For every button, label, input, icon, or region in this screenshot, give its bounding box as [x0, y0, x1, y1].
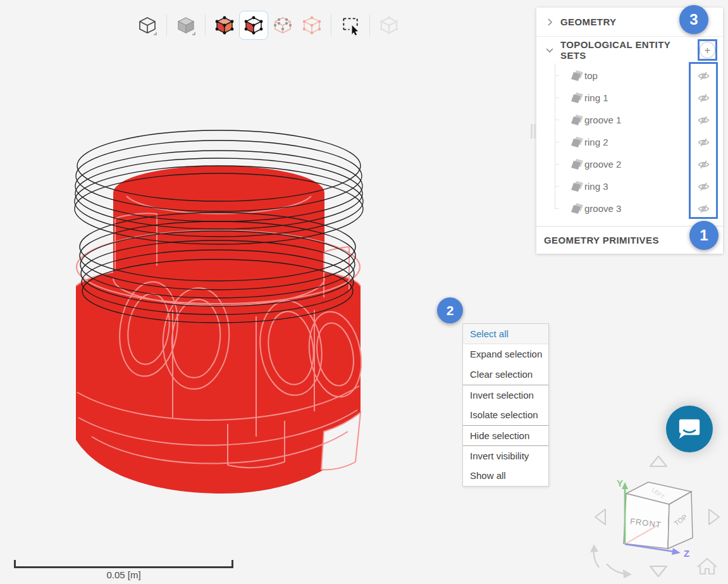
- select-assembly-icon: [374, 11, 404, 40]
- viewer-canvas: GEOMETRY TOPOLOGICAL ENTITY SETS + top: [0, 0, 728, 584]
- add-entity-set-button[interactable]: +: [700, 42, 715, 58]
- face-set-icon: [571, 203, 583, 214]
- viewer-context-menu: Select all Expand selection Clear select…: [462, 323, 549, 487]
- roll-view-arrows[interactable]: [590, 544, 632, 578]
- menu-item-select-all[interactable]: Select all: [463, 324, 548, 344]
- view-orientation-gizmo: FRONT TOP LEFT Y Z: [585, 440, 728, 583]
- entity-set-row-ring-1[interactable]: ring 1: [536, 87, 723, 109]
- annotation-badge-3: 3: [679, 5, 708, 34]
- menu-item-show-all[interactable]: Show all: [463, 466, 548, 486]
- menu-item-isolate-selection[interactable]: Isolate selection: [463, 405, 548, 425]
- visibility-off-icon[interactable]: [698, 182, 710, 192]
- section-entity-sets-label: TOPOLOGICAL ENTITY SETS: [560, 39, 694, 61]
- visibility-off-icon[interactable]: [698, 93, 710, 103]
- rotate-down-arrow[interactable]: [650, 566, 667, 576]
- select-edges-icon[interactable]: [268, 11, 297, 40]
- chevron-right-icon: [544, 16, 555, 28]
- toolbar-separator: [369, 15, 370, 36]
- piston-model[interactable]: [38, 120, 386, 506]
- entity-set-row-groove-3[interactable]: groove 3: [536, 197, 723, 220]
- home-view-icon[interactable]: [698, 559, 717, 574]
- entity-set-row-ring-3[interactable]: ring 3: [536, 175, 723, 197]
- face-set-icon: [571, 181, 583, 192]
- scale-bar-label: 0.05 [m]: [14, 569, 233, 580]
- scale-bar: 0.05 [m]: [14, 562, 233, 580]
- section-entity-sets[interactable]: TOPOLOGICAL ENTITY SETS +: [536, 37, 723, 63]
- face-set-icon: [571, 159, 583, 170]
- menu-item-hide-selection[interactable]: Hide selection: [463, 425, 548, 445]
- menu-item-clear-selection[interactable]: Clear selection: [463, 364, 548, 385]
- select-volumes-icon[interactable]: [210, 11, 239, 40]
- panel-resize-handle[interactable]: [531, 124, 536, 139]
- select-vertices-icon[interactable]: [297, 11, 326, 40]
- section-geometry-label: GEOMETRY: [560, 16, 616, 27]
- visibility-off-icon[interactable]: [698, 137, 710, 147]
- entity-set-row-groove-1[interactable]: groove 1: [536, 109, 723, 131]
- toolbar-separator: [331, 15, 331, 36]
- face-set-icon: [571, 115, 583, 125]
- menu-item-invert-visibility[interactable]: Invert visibility: [463, 445, 548, 466]
- menu-item-expand-selection[interactable]: Expand selection: [463, 344, 548, 364]
- cube-shaded-view-icon[interactable]: [171, 11, 201, 40]
- rotate-up-arrow[interactable]: [650, 456, 667, 466]
- section-primitives-label: GEOMETRY PRIMITIVES: [544, 235, 659, 245]
- entity-set-row-ring-2[interactable]: ring 2: [536, 131, 723, 153]
- annotation-badge-2: 2: [437, 297, 463, 323]
- annotation-badge-1: 1: [689, 221, 719, 250]
- face-set-icon: [571, 70, 583, 81]
- toolbar-separator: [166, 15, 167, 36]
- box-select-icon[interactable]: [336, 11, 365, 40]
- chat-bubble-icon: [677, 418, 701, 440]
- scene-tree-panel: GEOMETRY TOPOLOGICAL ENTITY SETS + top: [536, 8, 723, 254]
- face-set-icon: [571, 92, 583, 103]
- axis-z-label: Z: [684, 548, 689, 559]
- visibility-off-icon[interactable]: [698, 204, 710, 214]
- menu-item-invert-selection[interactable]: Invert selection: [463, 385, 548, 405]
- scale-bar-line: [14, 562, 233, 568]
- visibility-off-icon[interactable]: [698, 71, 710, 81]
- select-faces-icon[interactable]: [239, 11, 268, 40]
- rotate-right-arrow[interactable]: [709, 509, 719, 525]
- cube-wireframe-view-icon[interactable]: [133, 11, 162, 40]
- entity-set-list: top ring 1: [536, 63, 723, 226]
- toolbar-separator: [205, 15, 206, 36]
- visibility-off-icon[interactable]: [698, 115, 710, 125]
- viewer-toolbar: [133, 9, 404, 42]
- face-set-icon: [571, 137, 583, 147]
- entity-set-row-groove-2[interactable]: groove 2: [536, 153, 723, 175]
- rotate-left-arrow[interactable]: [595, 509, 605, 525]
- visibility-off-icon[interactable]: [698, 159, 710, 170]
- chevron-down-icon: [544, 44, 555, 56]
- entity-set-row-top[interactable]: top: [536, 65, 723, 87]
- axis-y-label: Y: [617, 478, 623, 488]
